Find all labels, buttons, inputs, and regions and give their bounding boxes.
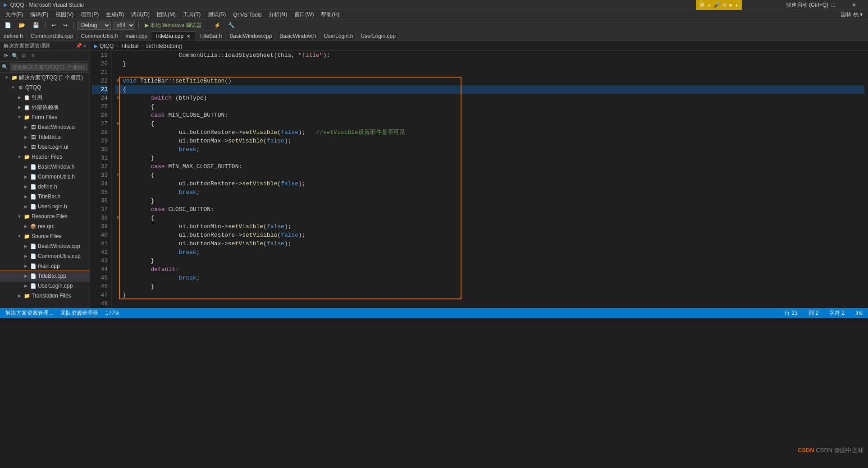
sidebar-tool-sync[interactable]: ⟳ xyxy=(2,52,10,60)
status-solution[interactable]: 解决方案资源管理... xyxy=(4,308,55,318)
start-debug-button[interactable]: ▶ 本地 Windows 调试器 xyxy=(142,20,205,30)
tree-item[interactable]: ▶📄BasicWindow.cpp xyxy=(0,241,90,251)
tab-close-button[interactable]: ✕ xyxy=(185,33,192,39)
status-zoom[interactable]: 177% xyxy=(104,308,121,318)
tree-item[interactable]: ▶📋外部依赖项 xyxy=(0,102,90,112)
tree-item[interactable]: ▶🖼UserLogin.ui xyxy=(0,142,90,152)
fold-icon[interactable]: ⊟ xyxy=(115,172,122,179)
menu-project[interactable]: 项目(P) xyxy=(77,10,102,20)
tree-item[interactable]: ▶📋引用 xyxy=(0,92,90,102)
tab-commonutils-h[interactable]: CommonUtils.h xyxy=(77,31,122,41)
code-token: } xyxy=(123,257,154,265)
tree-item[interactable]: ▼📁Header Files xyxy=(0,152,90,162)
platform-select[interactable]: x64 x86 xyxy=(113,21,135,30)
sidebar-close-icon[interactable]: ✕ xyxy=(83,43,86,49)
tree-item[interactable]: ▶📁Translation Files xyxy=(0,291,90,301)
code-token: ( xyxy=(263,222,267,231)
menu-test[interactable]: 测试(S) xyxy=(204,10,229,20)
tree-item[interactable]: ▶📄BasicWindow.h xyxy=(0,162,90,172)
menu-analyze[interactable]: 分析(N) xyxy=(265,10,291,20)
code-token: ); xyxy=(298,128,316,137)
tab-basicwindow-cpp[interactable]: BasicWindow.cpp xyxy=(226,31,276,41)
debug-mode-select[interactable]: Debug Release xyxy=(77,21,111,30)
menu-build[interactable]: 生成(B) xyxy=(102,10,128,20)
tree-item[interactable]: ▶📄TitleBar.cpp xyxy=(0,271,90,281)
code-token: default xyxy=(151,265,175,274)
code-token: } xyxy=(123,60,126,68)
breadcrumb-file[interactable]: TitleBar xyxy=(121,43,139,49)
tree-item[interactable]: ▶📄UserLogin.cpp xyxy=(0,281,90,291)
status-col[interactable]: 列 2 xyxy=(807,308,820,318)
menu-file[interactable]: 文件(F) xyxy=(2,10,27,20)
tree-item[interactable]: ▼📁Resource Files xyxy=(0,211,90,221)
code-token: ( xyxy=(263,239,267,248)
code-content[interactable]: CommonUtils::loadStyleSheet(this, "Title… xyxy=(112,51,868,308)
tree-item[interactable]: ▶🖼TitleBar.ui xyxy=(0,132,90,142)
tab-titlebar-h[interactable]: TitleBar.h xyxy=(196,31,226,41)
tree-file-icon: ⚙ xyxy=(17,84,24,91)
status-row[interactable]: 行 23 xyxy=(783,308,799,318)
toolbar-save[interactable]: 💾 xyxy=(30,20,42,30)
menu-tools[interactable]: 工具(T) xyxy=(179,10,204,20)
code-view[interactable]: 1920212223242526272829303132333435363738… xyxy=(90,51,868,308)
tree-expand-icon: ▼ xyxy=(16,233,23,239)
tree-item[interactable]: ▶📄TitleBar.h xyxy=(0,192,90,202)
tree-item[interactable]: ▶📄define.h xyxy=(0,182,90,192)
code-token: MIN_MAX_CLOSE_BUTTON: xyxy=(165,162,242,171)
menu-qt[interactable]: Qt VS Tools xyxy=(229,10,265,20)
tree-item[interactable]: ▼⚙QTQQ xyxy=(0,83,90,92)
status-mode[interactable]: Ins xyxy=(854,308,864,318)
toolbar-new[interactable]: 📄 xyxy=(2,20,14,30)
tree-item[interactable]: ▼📁Form Files xyxy=(0,112,90,122)
menu-debug[interactable]: 调试(D) xyxy=(128,10,153,20)
menu-team[interactable]: 团队(M) xyxy=(153,10,179,20)
tree-file-icon: 📦 xyxy=(30,223,37,230)
tab-main-cpp[interactable]: main.cpp xyxy=(122,31,151,41)
fold-icon[interactable]: ⊟ xyxy=(115,95,122,101)
breadcrumb-method[interactable]: setTitleButton() xyxy=(146,43,183,49)
menu-window[interactable]: 窗口(W) xyxy=(291,10,317,20)
menu-help[interactable]: 帮助(H) xyxy=(317,10,343,20)
fold-icon[interactable]: ⊟ xyxy=(115,121,122,127)
line-number: 21 xyxy=(92,68,108,77)
toolbar-redo[interactable]: ↪ xyxy=(60,20,70,30)
sidebar-search-input[interactable] xyxy=(10,63,88,71)
tab-define-h[interactable]: define.h xyxy=(0,31,27,41)
toolbar-undo[interactable]: ↩ xyxy=(49,20,59,30)
toolbar-misc2[interactable]: 🔧 xyxy=(225,20,238,30)
close-button[interactable]: ✕ xyxy=(844,0,864,10)
code-line: break; xyxy=(115,248,864,257)
tab-commonutils-cpp[interactable]: CommonUtils.cpp xyxy=(27,31,78,41)
tab-basicwindow-h[interactable]: BasicWindow.h xyxy=(276,31,320,41)
status-char[interactable]: 字符 2 xyxy=(827,308,846,318)
tree-item[interactable]: ▶🖼BasicWindow.ui xyxy=(0,122,90,132)
code-token: setVisible xyxy=(228,222,263,231)
tab-userlogin-cpp[interactable]: UserLogin.cpp xyxy=(357,31,399,41)
code-token: break xyxy=(179,145,196,154)
fold-icon[interactable]: ⊟ xyxy=(115,78,122,84)
tree-item[interactable]: ▶📄CommonUtils.h xyxy=(0,172,90,182)
status-row-label: 行 23 xyxy=(785,309,798,317)
status-team[interactable]: 团队资源管理器 xyxy=(59,308,100,318)
sidebar-pin-button[interactable]: 📌 xyxy=(76,43,82,49)
sidebar-tool-collapse[interactable]: ⊟ xyxy=(20,52,28,60)
tree-item[interactable]: ▼📁Source Files xyxy=(0,231,90,241)
fold-icon[interactable]: ⊟ xyxy=(115,215,122,221)
breadcrumb-project[interactable]: QtQQ xyxy=(100,43,114,49)
tree-item[interactable]: ▶📄UserLogin.h xyxy=(0,202,90,211)
tab-titlebar-cpp[interactable]: TitleBar.cpp ✕ xyxy=(151,31,196,41)
tree-item[interactable]: ▼📁解决方案'QTQQ'(1 个项目) xyxy=(0,73,90,83)
tab-userlogin-h[interactable]: UserLogin.h xyxy=(320,31,357,41)
sidebar-tool-filter[interactable]: 🔍 xyxy=(11,52,19,60)
tree-item[interactable]: ▶📄CommonUtils.cpp xyxy=(0,251,90,261)
menu-edit[interactable]: 编辑(E) xyxy=(27,10,52,20)
toolbar-open[interactable]: 📂 xyxy=(16,20,28,30)
tree-item[interactable]: ▶📄main.cpp xyxy=(0,261,90,271)
toolbar-misc1[interactable]: ⚡ xyxy=(211,20,224,30)
code-line: ui.buttonRestore->setVisible(false); //s… xyxy=(115,128,864,137)
sidebar-tool-props[interactable]: ≡ xyxy=(29,52,37,60)
breadcrumb-project-icon: ▶ xyxy=(94,43,98,49)
menu-view[interactable]: 视图(V) xyxy=(52,10,77,20)
line-number: 46 xyxy=(92,282,108,291)
tree-item[interactable]: ▶📦res.qrc xyxy=(0,221,90,231)
